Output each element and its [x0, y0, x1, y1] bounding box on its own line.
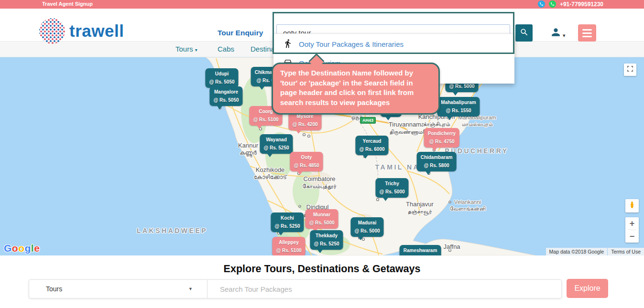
- chevron-down-icon: ▾: [563, 31, 566, 40]
- brand-logo[interactable]: trawell: [39, 18, 124, 44]
- globe-dots-icon: [39, 18, 65, 44]
- map-place-label: Mahabalipuramமாமல்லபுரம்: [458, 115, 496, 127]
- topbar: Travel Agent Signup +91-7799591230: [0, 0, 644, 9]
- nav-item-cabs[interactable]: Cabs: [218, 45, 234, 53]
- tour-enquiry-link[interactable]: Tour Enquiry: [218, 29, 263, 37]
- terms-of-use-link[interactable]: Terms of Use: [608, 248, 644, 255]
- map-marker[interactable]: Chidambaram@ Rs. 5800: [417, 152, 457, 171]
- map-marker[interactable]: Kochi@ Rs. 5250: [271, 212, 304, 232]
- map-marker[interactable]: Yercaud@ Rs. 6000: [355, 136, 388, 155]
- suggestion-item-tour-packages[interactable]: Ooty Tour Packages & Itineraries: [273, 36, 514, 52]
- category-selected: Tours: [46, 285, 62, 293]
- tour-search-input[interactable]: [207, 280, 561, 298]
- map-marker[interactable]: Wayanad@ Rs. 5250: [260, 134, 293, 154]
- zoom-in-button[interactable]: +: [625, 217, 639, 230]
- category-dropdown[interactable]: Tours ▼: [29, 280, 207, 298]
- map-marker[interactable]: Alleppey@ Rs. 5100: [272, 237, 305, 255]
- map-marker[interactable]: Thekkady@ Rs. 5250: [310, 230, 343, 250]
- map-attribution-bar: Map data ©2018 Google Terms of Use: [546, 248, 644, 255]
- fullscreen-icon: [627, 65, 633, 74]
- topbar-contact: +91-7799591230: [538, 0, 603, 8]
- chevron-down-icon: ▾: [195, 47, 197, 53]
- google-logo[interactable]: Google: [4, 243, 40, 254]
- hamburger-menu-button[interactable]: [578, 24, 596, 42]
- brand-name: trawell: [69, 21, 124, 41]
- road-badge-ah43: AH43: [360, 117, 376, 124]
- map-place-label: Jaffna: [443, 243, 460, 250]
- map-place-label: Kozhikodeകോഴിക്കോട്: [253, 166, 286, 181]
- map-attribution: Map data ©2018 Google: [546, 248, 608, 255]
- pegman-button[interactable]: [625, 199, 639, 212]
- fullscreen-button[interactable]: [624, 64, 636, 76]
- zoom-control: + −: [625, 217, 639, 243]
- map-marker[interactable]: Mangalore@ Rs. 5050: [209, 86, 242, 106]
- whatsapp-icon[interactable]: [549, 0, 556, 8]
- phone-icon[interactable]: [538, 0, 545, 8]
- map-marker[interactable]: Ooty@ Rs. 4850: [290, 152, 323, 171]
- travel-agent-signup-link[interactable]: Travel Agent Signup: [42, 1, 93, 7]
- map-place-label: Kannurകണ്ണൂർ: [238, 142, 258, 156]
- walking-person-icon: [283, 39, 293, 50]
- explore-search-bar: Tours ▼: [29, 279, 562, 298]
- map-place-label: LAKSHADWEEP: [137, 227, 207, 234]
- map-marker[interactable]: Munnar@ Rs. 5000: [305, 209, 338, 229]
- chevron-down-icon: ▼: [188, 287, 193, 291]
- coach-tooltip: Type the Destination Name followed by 't…: [272, 63, 440, 115]
- account-menu-button[interactable]: ▾: [550, 26, 566, 40]
- map-marker[interactable]: Rameshwaram: [400, 245, 441, 255]
- map-place-label: Thanjavurதஞ்சாவூர்: [406, 201, 434, 215]
- map-place-label: Velankanniவேளாங்கன்னி: [449, 199, 485, 212]
- search-icon: [520, 28, 529, 38]
- user-icon: [550, 26, 562, 40]
- search-button[interactable]: [515, 24, 533, 42]
- pegman-icon: [628, 201, 636, 211]
- phone-number[interactable]: +91-7799591230: [560, 1, 603, 8]
- map-marker[interactable]: Mahabalipuram@ Rs. 1550: [437, 97, 480, 117]
- explore-heading: Explore Tours, Destinations & Getaways: [0, 255, 644, 275]
- map-marker[interactable]: Udupi@ Rs. 5050: [205, 68, 238, 88]
- nav-item-tours[interactable]: Tours ▾: [175, 45, 197, 53]
- suggestion-label: Ooty Tour Packages & Itineraries: [299, 40, 404, 48]
- map-marker[interactable]: Trichy@ Rs. 5000: [375, 178, 408, 198]
- map-marker[interactable]: Pondicherry@ Rs. 4750: [424, 128, 459, 148]
- explore-section: Explore Tours, Destinations & Getaways T…: [0, 255, 644, 308]
- map-marker[interactable]: Madurai@ Rs. 5000: [350, 217, 383, 237]
- page: Travel Agent Signup +91-7799591230 trawe…: [0, 0, 644, 308]
- map-place-label: Coimbatoreகோயம்புத்தூர்: [302, 175, 336, 190]
- zoom-out-button[interactable]: −: [625, 230, 639, 243]
- explore-button[interactable]: Explore: [567, 279, 608, 298]
